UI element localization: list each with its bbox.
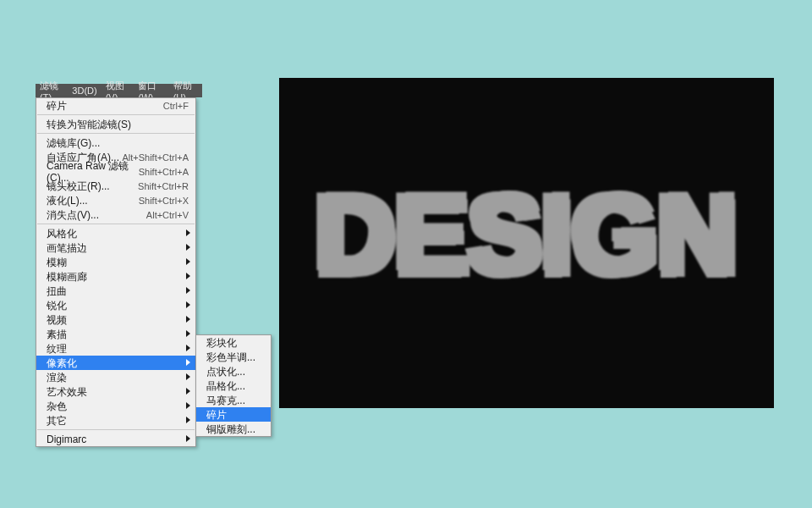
menu-item[interactable]: 镜头校正(R)...Shift+Ctrl+R	[36, 179, 195, 193]
submenu-item-label: 碎片	[206, 409, 227, 421]
chevron-right-icon	[186, 417, 190, 423]
menu-item[interactable]: Digimarc	[36, 432, 195, 446]
menu-item[interactable]: 消失点(V)...Alt+Ctrl+V	[36, 207, 195, 222]
menu-item-label: 像素化	[47, 357, 77, 369]
menu-item-label: 渲染	[47, 372, 67, 384]
menu-item[interactable]: 像素化	[36, 356, 195, 370]
menu-item[interactable]: 视频	[36, 312, 195, 327]
menu-item-label: 艺术效果	[47, 386, 87, 398]
chevron-right-icon	[186, 402, 190, 409]
menu-item-label: 液化(L)...	[47, 195, 88, 207]
submenu-item[interactable]: 铜版雕刻...	[196, 422, 271, 436]
chevron-right-icon	[186, 287, 190, 294]
preview-text: DESIGN	[315, 173, 737, 296]
menu-item[interactable]: 滤镜库(G)...	[36, 135, 195, 150]
menu-item[interactable]: 扭曲	[36, 284, 195, 298]
menu-item[interactable]: 转换为智能滤镜(S)	[36, 117, 195, 131]
menu-item-label: 扭曲	[47, 285, 67, 297]
menu-item[interactable]: 杂色	[36, 399, 195, 413]
submenu-item-label: 铜版雕刻...	[206, 423, 255, 435]
menubar: 滤镜(T)3D(D)视图(V)窗口(W)帮助(H)	[36, 84, 202, 97]
menu-item-label: 其它	[47, 415, 67, 427]
submenu-item[interactable]: 点状化...	[196, 364, 271, 378]
menu-item-label: 杂色	[47, 400, 67, 412]
chevron-right-icon	[186, 359, 190, 366]
menu-item-label: 纹理	[47, 343, 67, 355]
menu-item-label: 画笔描边	[47, 242, 87, 254]
menu-item-label: 视频	[47, 314, 67, 326]
submenu-item-label: 彩块化	[206, 337, 237, 349]
chevron-right-icon	[186, 229, 190, 236]
menu-item[interactable]: 艺术效果	[36, 384, 195, 399]
menu-item-shortcut: Shift+Ctrl+A	[139, 166, 189, 178]
menu-item-shortcut: Alt+Ctrl+V	[146, 209, 189, 221]
menu-item-shortcut: Shift+Ctrl+X	[139, 195, 189, 207]
menu-item-label: Digimarc	[47, 433, 86, 445]
pixelate-submenu: 彩块化彩色半调...点状化...晶格化...马赛克...碎片铜版雕刻...	[195, 334, 272, 437]
menu-item[interactable]: 渲染	[36, 370, 195, 384]
menu-item-label: 镜头校正(R)...	[47, 180, 110, 192]
preview-canvas: DESIGN	[279, 78, 774, 408]
menu-separator	[37, 114, 195, 115]
submenu-item-label: 点状化...	[206, 366, 245, 378]
menu-item-shortcut: Shift+Ctrl+R	[138, 180, 189, 192]
menu-item-label: 锐化	[47, 300, 67, 312]
menu-item-label: 转换为智能滤镜(S)	[47, 119, 131, 130]
menu-item-label: 素描	[47, 329, 67, 340]
chevron-right-icon	[186, 258, 190, 265]
chevron-right-icon	[186, 301, 190, 308]
menu-item[interactable]: 模糊	[36, 255, 195, 269]
menu-item-label: 风格化	[47, 228, 77, 240]
menubar-item[interactable]: 3D(D)	[68, 86, 101, 96]
menu-separator	[37, 429, 195, 430]
menu-item-label: 碎片	[47, 100, 67, 112]
chevron-right-icon	[186, 330, 190, 337]
submenu-item-label: 马赛克...	[206, 395, 245, 406]
chevron-right-icon	[186, 316, 190, 323]
menu-item[interactable]: 风格化	[36, 226, 195, 240]
menu-item[interactable]: 液化(L)...Shift+Ctrl+X	[36, 193, 195, 207]
submenu-item[interactable]: 马赛克...	[196, 393, 271, 407]
chevron-right-icon	[186, 435, 190, 442]
chevron-right-icon	[186, 388, 190, 395]
menu-separator	[37, 224, 195, 224]
menu-item[interactable]: 画笔描边	[36, 240, 195, 255]
menu-item[interactable]: 碎片Ctrl+F	[36, 98, 195, 113]
menu-separator	[37, 133, 195, 134]
chevron-right-icon	[186, 345, 190, 351]
menu-item-label: 消失点(V)...	[47, 209, 99, 221]
submenu-item[interactable]: 碎片	[196, 407, 271, 422]
menu-item[interactable]: 素描	[36, 327, 195, 341]
menu-item[interactable]: Camera Raw 滤镜(C)...Shift+Ctrl+A	[36, 164, 195, 179]
menu-item[interactable]: 纹理	[36, 341, 195, 356]
submenu-item[interactable]: 彩块化	[196, 335, 271, 350]
submenu-item[interactable]: 彩色半调...	[196, 350, 271, 364]
chevron-right-icon	[186, 244, 190, 251]
chevron-right-icon	[186, 273, 190, 279]
menu-item-label: 模糊	[47, 257, 67, 268]
menu-item-label: 滤镜库(G)...	[47, 137, 100, 149]
submenu-item[interactable]: 晶格化...	[196, 378, 271, 393]
menu-item[interactable]: 锐化	[36, 298, 195, 312]
menu-item[interactable]: 模糊画廊	[36, 269, 195, 284]
menu-item-label: 模糊画廊	[47, 271, 87, 283]
chevron-right-icon	[186, 373, 190, 380]
menu-item-shortcut: Ctrl+F	[163, 100, 189, 112]
menu-item[interactable]: 其它	[36, 413, 195, 428]
submenu-item-label: 彩色半调...	[206, 351, 255, 363]
submenu-item-label: 晶格化...	[206, 380, 245, 392]
filter-menu: 碎片Ctrl+F转换为智能滤镜(S)滤镜库(G)...自适应广角(A)...Al…	[36, 97, 196, 447]
